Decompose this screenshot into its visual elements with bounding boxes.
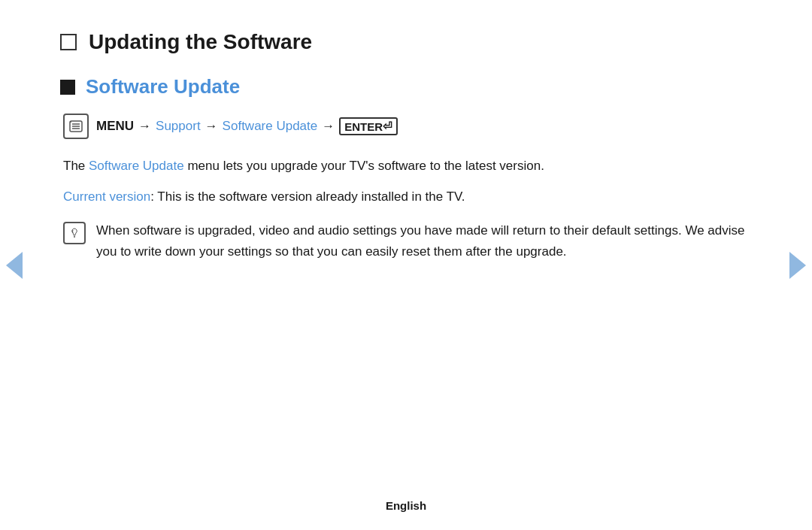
current-version-label: Current version [63,189,150,204]
black-square-icon [60,80,75,95]
menu-path: MENU → Support → Software Update → ENTER… [63,114,752,139]
main-title-row: Updating the Software [60,30,752,54]
section-title-row: Software Update [60,75,752,98]
description-blue-keyword: Software Update [89,159,184,173]
current-version-body: : This is the software version already i… [150,189,465,204]
description-text: The Software Update menu lets you upgrad… [63,156,752,176]
section-title-text: Software Update [86,75,240,98]
footer-label: English [386,499,426,512]
note-row: When software is upgraded, video and aud… [63,220,752,262]
nav-arrow-right[interactable] [789,252,806,279]
svg-point-4 [70,121,71,123]
menu-icon [63,114,89,139]
arrow2: → [205,119,218,134]
enter-icon: ENTER⏎ [339,117,398,135]
page-container: Updating the Software Software Update ME… [0,0,812,530]
nav-arrow-left[interactable] [6,252,23,279]
note-icon [63,222,86,244]
support-label: Support [156,119,201,134]
current-version-text: Current version: This is the software ve… [63,186,752,207]
menu-label: MENU [96,119,134,134]
software-update-nav-label: Software Update [223,119,318,134]
arrow3: → [322,119,335,134]
main-title-text: Updating the Software [89,30,312,54]
description-body: menu lets you upgrade your TV's software… [187,159,544,173]
arrow1: → [138,119,151,134]
note-text: When software is upgraded, video and aud… [96,220,752,262]
checkbox-icon [60,34,77,50]
